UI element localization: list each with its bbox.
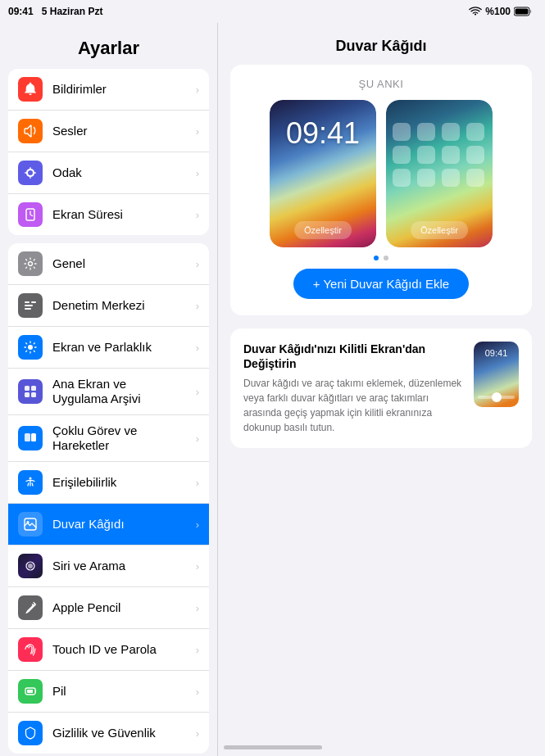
coklu-gorev-label: Çoklu Görev ve Hareketler	[52, 423, 196, 453]
svg-rect-12	[31, 392, 36, 397]
home-icon-4	[466, 123, 484, 141]
sidebar-item-ana-ekran[interactable]: Ana Ekran veUygulama Arşivi ›	[8, 369, 209, 415]
pil-label: Pil	[52, 684, 66, 699]
wallpaper-previews: 09:41 Özelleştir	[243, 100, 519, 247]
home-icon-7	[442, 146, 460, 164]
ekran-suresi-icon	[18, 202, 43, 227]
ana-ekran-chevron: ›	[196, 386, 199, 398]
svg-rect-6	[25, 305, 33, 306]
sidebar-item-odak[interactable]: Odak ›	[8, 152, 209, 194]
status-bar: 09:41 5 Haziran Pzt %100	[0, 0, 545, 23]
ekran-suresi-label: Ekran Süresi	[52, 207, 123, 222]
dot-1	[374, 256, 379, 260]
svg-rect-11	[25, 392, 30, 397]
su-anki-label: ŞU ANKI	[243, 78, 519, 90]
main-title: Duvar Kâğıdı	[217, 23, 545, 65]
info-card-title: Duvar Kâğıdı'nızı Kilitli Ekran'dan Deği…	[243, 342, 464, 371]
sidebar-item-duvar-kagidi[interactable]: Duvar Kâğıdı ›	[8, 504, 209, 545]
siri-icon	[18, 554, 43, 578]
sesler-chevron: ›	[196, 125, 199, 138]
svg-point-15	[30, 478, 32, 480]
sidebar-item-pil[interactable]: Pil ›	[8, 671, 209, 713]
info-text: Duvar Kâğıdı'nızı Kilitli Ekran'dan Deği…	[243, 342, 464, 435]
info-preview-slider-thumb	[492, 392, 502, 402]
sidebar-item-touch-id[interactable]: Touch ID ve Parola ›	[8, 629, 209, 671]
home-icon-12	[466, 169, 484, 187]
lock-screen-preview[interactable]: 09:41 Özelleştir	[270, 100, 376, 247]
bildirimler-chevron: ›	[196, 84, 199, 96]
denetim-chevron: ›	[196, 300, 199, 312]
sidebar-item-ekran-parlaklık[interactable]: Ekran ve Parlaklık ›	[8, 327, 209, 369]
duvar-kagidi-chevron: ›	[196, 518, 199, 531]
denetim-icon	[18, 293, 43, 318]
sidebar-group-2: Genel › Denetim Merkezi › Ekran ve Parla…	[8, 243, 209, 754]
status-right: %100	[469, 6, 532, 17]
wifi-icon	[469, 7, 482, 16]
info-card-description: Duvar kâğıdı ve araç takımı eklemek, düz…	[243, 376, 464, 435]
home-indicator	[224, 745, 322, 749]
ana-ekran-label: Ana Ekran veUygulama Arşivi	[52, 377, 141, 406]
sidebar-item-gizlilik[interactable]: Gizlilik ve Güvenlik ›	[8, 713, 209, 754]
coklu-gorev-icon	[18, 426, 43, 450]
sidebar-item-coklu-gorev[interactable]: Çoklu Görev ve Hareketler ›	[8, 415, 209, 462]
home-screen-preview[interactable]: Özelleştir	[386, 100, 493, 247]
sidebar-item-apple-pencil[interactable]: Apple Pencil ›	[8, 587, 209, 629]
siri-chevron: ›	[196, 560, 199, 573]
wallpaper-section: ŞU ANKI 09:41 Özelleştir	[230, 65, 532, 315]
ekran-suresi-chevron: ›	[196, 209, 199, 221]
coklu-gorev-chevron: ›	[196, 432, 199, 445]
sidebar-title: Ayarlar	[0, 23, 217, 69]
sidebar-item-bildirimler[interactable]: Bildirimler ›	[8, 69, 209, 111]
main-container: Ayarlar Bildirimler › Sesler ›	[0, 23, 545, 756]
erisilebilirlik-label: Erişilebilirlik	[52, 475, 116, 490]
home-icon-5	[393, 146, 411, 164]
sidebar-item-erisilebilirlik[interactable]: Erişilebilirlik ›	[8, 462, 209, 504]
status-time: 09:41	[8, 6, 34, 17]
info-card: Duvar Kâğıdı'nızı Kilitli Ekran'dan Deği…	[230, 328, 532, 448]
odak-chevron: ›	[196, 167, 199, 179]
pil-chevron: ›	[196, 686, 199, 698]
svg-point-8	[28, 345, 33, 350]
home-icon-10	[417, 169, 435, 187]
genel-label: Genel	[52, 256, 85, 271]
lock-screen-customize-btn[interactable]: Özelleştir	[294, 221, 352, 239]
odak-label: Odak	[52, 165, 82, 180]
sidebar-item-ekran-suresi[interactable]: Ekran Süresi ›	[8, 194, 209, 235]
genel-chevron: ›	[196, 258, 199, 270]
home-icon-8	[466, 146, 484, 164]
svg-rect-1	[515, 9, 529, 15]
svg-point-3	[29, 262, 33, 266]
sidebar-item-denetim[interactable]: Denetim Merkezi ›	[8, 285, 209, 327]
svg-rect-9	[25, 386, 30, 391]
main-content: Duvar Kâğıdı ŞU ANKI 09:41 Özelleştir	[217, 23, 545, 756]
gizlilik-icon	[18, 721, 43, 745]
sesler-label: Sesler	[52, 124, 88, 138]
status-date: 5 Haziran Pzt	[42, 6, 103, 17]
ekran-parlaklık-chevron: ›	[196, 342, 199, 354]
sidebar-item-sesler[interactable]: Sesler ›	[8, 111, 209, 152]
battery-text: %100	[485, 6, 511, 17]
home-icon-1	[393, 123, 411, 141]
duvar-kagidi-label: Duvar Kâğıdı	[52, 517, 125, 532]
touch-id-chevron: ›	[196, 644, 199, 656]
home-screen-customize-btn[interactable]: Özelleştir	[411, 221, 468, 239]
gizlilik-chevron: ›	[196, 727, 199, 740]
sidebar-item-siri[interactable]: Siri ve Arama ›	[8, 545, 209, 587]
info-card-preview: 09:41	[474, 342, 519, 407]
home-icon-11	[442, 169, 460, 187]
sidebar-item-genel[interactable]: Genel ›	[8, 243, 209, 285]
battery-icon	[514, 7, 532, 16]
genel-icon	[18, 251, 43, 276]
home-icon-6	[417, 146, 435, 164]
bildirimler-icon	[18, 77, 43, 102]
add-wallpaper-button[interactable]: + Yeni Duvar Kâğıdı Ekle	[293, 269, 469, 299]
svg-rect-5	[31, 301, 36, 303]
duvar-kagidi-icon	[18, 512, 43, 536]
sidebar: Ayarlar Bildirimler › Sesler ›	[0, 23, 217, 756]
dot-2	[384, 256, 388, 260]
svg-rect-10	[31, 386, 36, 391]
odak-icon	[18, 161, 43, 185]
home-icon-9	[393, 169, 411, 187]
ekran-parlaklık-label: Ekran ve Parlaklık	[52, 340, 152, 355]
svg-rect-21	[27, 690, 33, 693]
